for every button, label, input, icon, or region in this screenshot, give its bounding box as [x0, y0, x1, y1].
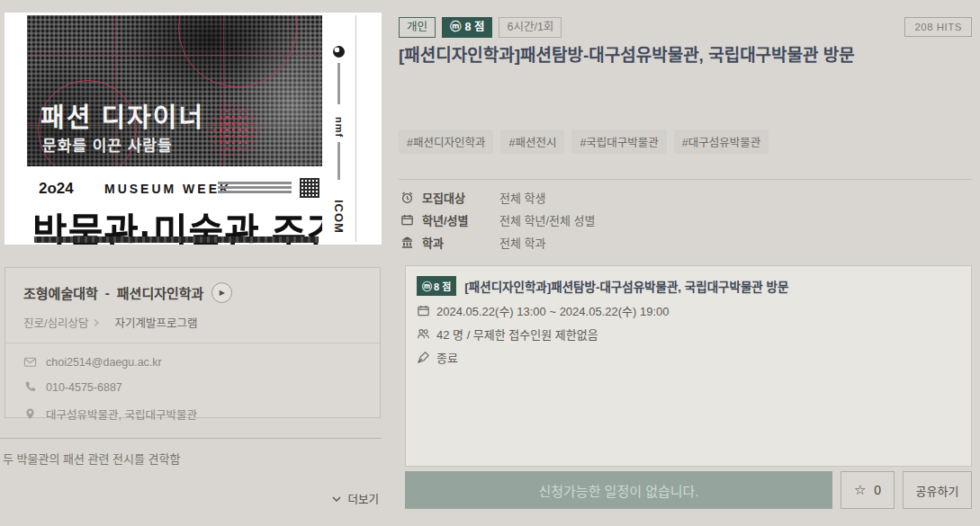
poster-red-line [27, 55, 322, 56]
hashtag-chip[interactable]: #대구섬유박물관 [674, 129, 769, 154]
poster-year: 2o24 [39, 180, 74, 198]
description-divider [0, 438, 382, 439]
chevron-right-icon [93, 318, 100, 327]
schedule-status-row: 종료 [417, 349, 960, 366]
program-description: 두 박물관의 패션 관련 전시를 견학함 [3, 450, 180, 467]
no-schedule-button[interactable]: 신청가능한 일정이 없습니다. [405, 471, 832, 509]
info-value: 전체 학생 [499, 189, 545, 206]
info-label: 학과 [422, 234, 499, 251]
poster-lower: 2o24 MUSEUM WEEK 박물관·미술관 주간 [27, 166, 322, 245]
schedule-capacity: 42 명 / 무제한 접수인원 제한없음 [436, 325, 598, 343]
badge-score-label: 8 점 [465, 21, 485, 34]
college-name: 조형예술대학 [23, 283, 98, 302]
department-name: 패션디자인학과 [117, 283, 204, 302]
contact-phone: 010-4575-6887 [46, 381, 122, 394]
mileage-icon: ⓜ [450, 21, 462, 34]
schedule-card: ⓜ 8 점 [패션디자인학과]패션탐방-대구섬유박물관, 국립대구박물관 방문 … [405, 265, 972, 467]
show-more-label: 더보기 [347, 494, 379, 506]
alarm-clock-icon [400, 191, 416, 204]
chevron-down-icon [332, 496, 341, 503]
page-title: [패션디자인학과]패션탐방-대구섬유박물관, 국립대구박물관 방문 [399, 41, 903, 66]
pen-icon [417, 351, 430, 364]
play-icon: ▶ [220, 289, 225, 297]
contact-phone-row: 010-4575-6887 [23, 380, 362, 394]
program-poster: 패션 디자이너 문화를 이끈 사람들 2o24 MUSEUM WEEK 박물관·… [4, 13, 382, 245]
schedule-header: ⓜ 8 점 [패션디자인학과]패션탐방-대구섬유박물관, 국립대구박물관 방문 [417, 276, 960, 296]
info-label: 학년/성별 [422, 211, 499, 228]
info-label: 모집대상 [422, 189, 499, 206]
badge-personal-label: 개인 [407, 21, 427, 34]
program-info-rows: 모집대상 전체 학생 학년/성별 전체 학년/전체 성별 학과 전체 학과 [400, 186, 596, 254]
schedule-date: 2024.05.22(수) 13:00 ~ 2024.05.22(수) 19:0… [436, 302, 669, 319]
vertical-text-bar [337, 63, 340, 104]
government-logo [333, 46, 345, 58]
icom-logo: ICOM [332, 200, 346, 234]
badge-duration: 6시간/1회 [499, 17, 562, 38]
hashtag-chip[interactable]: #패션전시 [500, 129, 564, 154]
breadcrumb-program-type[interactable]: 자기계발프로그램 [114, 314, 197, 331]
poster-photo-strip [34, 236, 319, 243]
action-bar: 신청가능한 일정이 없습니다. ☆ 0 공유하기 [405, 471, 972, 509]
share-label: 공유하기 [916, 482, 959, 499]
card-divider [5, 343, 380, 343]
qr-code [300, 178, 319, 198]
poster-photo: 패션 디자이너 문화를 이끈 사람들 [27, 15, 322, 166]
breadcrumb-category[interactable]: 진로/심리상담 [23, 314, 88, 331]
poster-title: 패션 디자이너 [40, 96, 204, 134]
schedule-title: [패션디자인학과]패션탐방-대구섬유박물관, 국립대구박물관 방문 [464, 277, 788, 295]
poster-subtitle: 문화를 이끈 사람들 [42, 133, 173, 156]
breadcrumb: 진로/심리상담 자기계발프로그램 [23, 314, 362, 331]
schedule-status: 종료 [436, 349, 458, 366]
section-divider [399, 179, 972, 180]
hashtag-chip[interactable]: #국립대구박물관 [571, 129, 666, 154]
info-row-target: 모집대상 전체 학생 [400, 186, 596, 209]
bank-icon [400, 236, 416, 249]
mail-icon [23, 355, 37, 369]
phone-icon [23, 380, 37, 394]
schedule-date-row: 2024.05.22(수) 13:00 ~ 2024.05.22(수) 19:0… [417, 302, 960, 319]
hashtag-list: #패션디자인학과 #패션전시 #국립대구박물관 #대구섬유박물관 [399, 129, 769, 154]
poster-red-circle [178, 15, 297, 87]
poster-halftone-dots [193, 89, 275, 166]
badge-score: ⓜ 8 점 [442, 17, 492, 38]
poster-fineprint [218, 182, 292, 195]
favorite-count: 0 [874, 483, 881, 497]
vertical-text-bar [337, 142, 340, 180]
organization-card: 조형예술대학 - 패션디자인학과 ▶ 진로/심리상담 자기계발프로그램 choi… [4, 267, 381, 418]
contact-email-row: choi2514@daegu.ac.kr [23, 355, 362, 369]
hits-counter: 208 HITS [904, 17, 972, 37]
schedule-score-label: 8 점 [434, 279, 451, 293]
badge-personal: 개인 [399, 17, 436, 38]
nmf-logo: nmf [334, 117, 345, 138]
schedule-capacity-row: 42 명 / 무제한 접수인원 제한없음 [417, 325, 960, 343]
show-more-button[interactable]: 더보기 [0, 490, 379, 507]
location-pin-icon [23, 407, 37, 421]
info-value: 전체 학과 [499, 234, 545, 251]
favorite-button[interactable]: ☆ 0 [841, 471, 895, 509]
poster-event-name: MUSEUM WEEK [104, 182, 231, 196]
header-badges: 개인 ⓜ 8 점 6시간/1회 [399, 17, 562, 38]
contact-location: 대구섬유박물관, 국립대구박물관 [46, 406, 197, 423]
poster-side-margin: nmf ICOM [322, 15, 356, 242]
info-value: 전체 학년/전체 성별 [499, 211, 596, 228]
people-icon [417, 327, 430, 341]
badge-duration-label: 6시간/1회 [507, 21, 553, 34]
info-row-grade-gender: 학년/성별 전체 학년/전체 성별 [400, 209, 596, 231]
contact-email: choi2514@daegu.ac.kr [46, 356, 162, 369]
schedule-score-badge: ⓜ 8 점 [417, 276, 456, 296]
calendar-icon [417, 304, 430, 317]
title-dash: - [105, 285, 110, 300]
contact-location-row: 대구섬유박물관, 국립대구박물관 [23, 406, 362, 423]
expand-department-button[interactable]: ▶ [211, 282, 232, 303]
mileage-icon: ⓜ [422, 279, 432, 293]
share-button[interactable]: 공유하기 [903, 471, 972, 509]
hashtag-chip[interactable]: #패션디자인학과 [399, 129, 493, 154]
star-icon: ☆ [854, 482, 866, 498]
calendar-icon [400, 213, 416, 227]
organization-title-row: 조형예술대학 - 패션디자인학과 ▶ [23, 282, 362, 303]
info-row-department: 학과 전체 학과 [400, 231, 596, 254]
